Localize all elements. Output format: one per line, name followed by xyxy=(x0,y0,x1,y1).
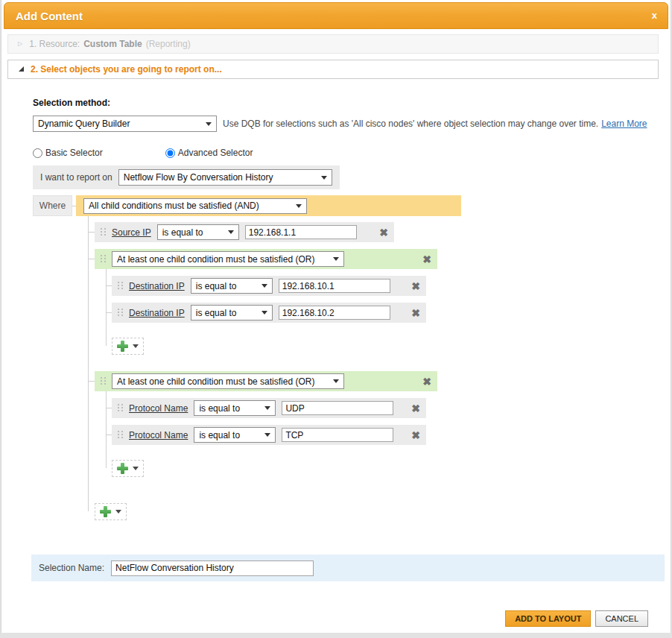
condition-operator-dropdown[interactable]: is equal to xyxy=(157,224,239,240)
or-group-destination: At least one child condition must be sat… xyxy=(95,249,659,355)
condition-field-link[interactable]: Protocol Name xyxy=(129,430,188,440)
delete-group-icon[interactable]: ✖ xyxy=(422,254,431,265)
drag-handle-icon[interactable] xyxy=(101,255,106,263)
root-combinator-value: All child conditions must be satisfied (… xyxy=(89,200,259,211)
chevron-down-icon xyxy=(261,311,267,315)
add-content-dialog: Add Content x ▷ 1. Resource: Custom Tabl… xyxy=(1,0,671,633)
chevron-down-icon xyxy=(333,257,339,261)
dqb-help-text: Use DQB for selections such as 'All cisc… xyxy=(223,119,598,129)
basic-selector-label[interactable]: Basic Selector xyxy=(45,148,103,158)
chevron-down-icon xyxy=(261,284,267,288)
drag-handle-icon[interactable] xyxy=(118,282,123,290)
add-condition-row xyxy=(112,338,659,355)
root-combinator-bar: All child conditions must be satisfied (… xyxy=(76,195,461,216)
drag-handle-icon[interactable] xyxy=(101,377,106,385)
group-combinator-value: At least one child condition must be sat… xyxy=(117,254,314,265)
plus-icon xyxy=(117,463,128,474)
condition-row-destination-ip-1: Destination IP is equal to ✖ xyxy=(112,276,426,296)
group-combinator-dropdown[interactable]: At least one child condition must be sat… xyxy=(112,251,344,267)
or-group-header: At least one child condition must be sat… xyxy=(95,249,437,269)
report-on-dropdown[interactable]: Netflow Flow By Conversation History xyxy=(118,169,332,186)
step2-label: 2. Select objects you are going to repor… xyxy=(31,60,222,78)
condition-operator-value: is equal to xyxy=(199,430,240,440)
cancel-button[interactable]: CANCEL xyxy=(595,610,648,627)
condition-value-input[interactable] xyxy=(279,306,390,320)
chevron-down-icon xyxy=(296,204,302,208)
delete-condition-icon[interactable]: ✖ xyxy=(411,308,420,318)
root-combinator-dropdown[interactable]: All child conditions must be satisfied (… xyxy=(83,198,307,214)
learn-more-link[interactable]: Learn More xyxy=(601,119,647,129)
add-to-layout-button[interactable]: ADD TO LAYOUT xyxy=(505,610,591,627)
condition-operator-dropdown[interactable]: is equal to xyxy=(191,278,273,294)
condition-value-input[interactable] xyxy=(282,401,393,415)
report-on-label: I want to report on xyxy=(40,172,112,183)
delete-group-icon[interactable]: ✖ xyxy=(422,376,431,387)
selection-name-input[interactable] xyxy=(111,560,314,576)
drag-handle-icon[interactable] xyxy=(101,228,106,236)
close-icon[interactable]: x xyxy=(652,10,657,22)
add-root-condition-row xyxy=(95,503,659,520)
advanced-selector-radio[interactable] xyxy=(165,148,175,158)
delete-condition-icon[interactable]: ✖ xyxy=(379,227,388,238)
plus-icon xyxy=(100,506,111,517)
condition-field-link[interactable]: Source IP xyxy=(112,227,151,238)
step1-resource-bar[interactable]: ▷ 1. Resource: Custom Table (Reporting) xyxy=(7,34,659,54)
advanced-selector-label[interactable]: Advanced Selector xyxy=(178,148,253,158)
chevron-down-icon xyxy=(264,406,270,410)
dialog-titlebar: Add Content x xyxy=(4,2,668,29)
drag-handle-icon[interactable] xyxy=(118,404,123,412)
condition-field-link[interactable]: Protocol Name xyxy=(129,403,188,414)
condition-value-input[interactable] xyxy=(279,279,390,293)
condition-value-input[interactable] xyxy=(245,225,357,239)
add-condition-button[interactable] xyxy=(112,338,144,355)
delete-condition-icon[interactable]: ✖ xyxy=(411,430,420,440)
step1-prefix: 1. Resource: xyxy=(29,35,80,53)
condition-operator-value: is equal to xyxy=(162,227,203,238)
chevron-down-icon xyxy=(133,344,139,348)
plus-icon xyxy=(117,341,128,352)
delete-condition-icon[interactable]: ✖ xyxy=(411,281,420,291)
report-on-panel: I want to report on Netflow Flow By Conv… xyxy=(33,165,340,189)
condition-row-protocol-1: Protocol Name is equal to ✖ xyxy=(112,398,426,418)
chevron-down-icon xyxy=(115,510,121,514)
condition-row-protocol-2: Protocol Name is equal to ✖ xyxy=(112,425,426,445)
group-combinator-dropdown[interactable]: At least one child condition must be sat… xyxy=(112,373,344,389)
chevron-down-icon xyxy=(206,122,212,126)
chevron-down-icon xyxy=(228,230,234,234)
dialog-footer: ADD TO LAYOUT CANCEL xyxy=(7,610,665,627)
dialog-title: Add Content xyxy=(4,10,83,22)
selection-name-bar: Selection Name: xyxy=(31,555,665,581)
condition-operator-dropdown[interactable]: is equal to xyxy=(194,427,276,443)
report-on-value: Netflow Flow By Conversation History xyxy=(124,172,273,183)
condition-value-input[interactable] xyxy=(282,428,393,442)
condition-row-source-ip: Source IP is equal to ✖ xyxy=(95,222,394,242)
condition-operator-value: is equal to xyxy=(196,308,237,318)
selection-name-label: Selection Name: xyxy=(39,563,104,573)
condition-field-link[interactable]: Destination IP xyxy=(129,281,185,291)
condition-operator-value: is equal to xyxy=(196,281,237,291)
query-tree: Source IP is equal to ✖ At least one chi… xyxy=(88,222,659,520)
step1-resource-name: Custom Table xyxy=(83,35,142,53)
chevron-down-icon xyxy=(133,467,139,470)
condition-operator-dropdown[interactable]: is equal to xyxy=(191,305,273,320)
selection-method-dropdown[interactable]: Dynamic Query Builder xyxy=(33,116,217,132)
drag-handle-icon[interactable] xyxy=(118,309,123,317)
condition-field-link[interactable]: Destination IP xyxy=(129,308,185,318)
selection-method-label: Selection method: xyxy=(33,98,659,108)
add-root-condition-button[interactable] xyxy=(95,503,127,520)
or-group-header: At least one child condition must be sat… xyxy=(95,371,437,391)
step2-select-objects-bar[interactable]: 2. Select objects you are going to repor… xyxy=(7,60,659,79)
group-combinator-value: At least one child condition must be sat… xyxy=(117,376,314,387)
chevron-down-icon xyxy=(321,176,327,180)
condition-operator-value: is equal to xyxy=(199,403,240,414)
where-label: Where xyxy=(33,195,72,216)
chevron-down-icon xyxy=(264,433,270,437)
condition-operator-dropdown[interactable]: is equal to xyxy=(194,400,276,416)
selection-method-value: Dynamic Query Builder xyxy=(38,119,130,129)
expanded-arrow-icon xyxy=(19,66,24,72)
basic-selector-radio[interactable] xyxy=(33,148,42,158)
delete-condition-icon[interactable]: ✖ xyxy=(411,403,420,414)
drag-handle-icon[interactable] xyxy=(118,431,123,439)
add-condition-button[interactable] xyxy=(112,460,144,477)
add-condition-row xyxy=(112,460,659,477)
